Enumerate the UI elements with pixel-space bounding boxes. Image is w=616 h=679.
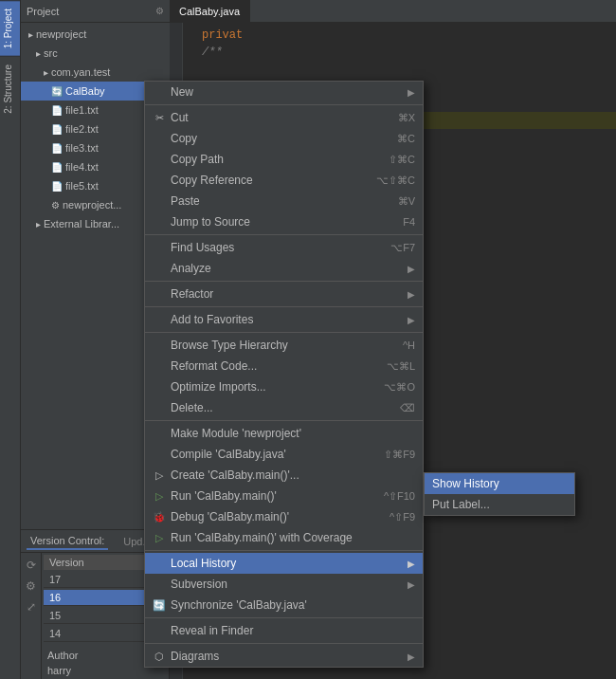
arrow-icon: ▶ [408, 87, 415, 98]
editor-tab-label: CalBaby.java [179, 6, 240, 17]
favorites-icon [153, 313, 166, 326]
menu-item-copy[interactable]: Copy ⌘C [145, 128, 423, 149]
sync-icon[interactable]: ⟳ [23, 557, 40, 574]
menu-label-compile: Compile 'CalBaby.java' [171, 448, 286, 461]
menu-item-find-usages[interactable]: Find Usages ⌥F7 [145, 237, 423, 258]
context-menu: New ▶ ✂ Cut ⌘X Copy ⌘C Copy Path [144, 81, 424, 668]
library-icon: ▸ [36, 219, 41, 229]
settings-icon: ⚙ [51, 200, 60, 211]
menu-item-analyze[interactable]: Analyze ▶ [145, 258, 423, 279]
menu-separator-8 [145, 617, 423, 618]
menu-item-make-module[interactable]: Make Module 'newproject' [145, 423, 423, 444]
sidebar-item-structure[interactable]: 2: Structure [0, 56, 20, 121]
menu-label-copy-reference: Copy Reference [171, 174, 253, 187]
submenu-put-label[interactable]: Put Label... [425, 494, 574, 515]
shortcut-delete: ⌫ [400, 402, 415, 414]
arrow-icon-svn: ▶ [408, 579, 415, 590]
expand-icon[interactable]: ⤢ [23, 598, 40, 615]
tab-version-control[interactable]: Version Control: [27, 533, 108, 550]
menu-item-subversion[interactable]: Subversion ▶ [145, 574, 423, 595]
menu-item-add-favorites[interactable]: Add to Favorites ▶ [145, 309, 423, 330]
file-icon: 📄 [51, 143, 63, 154]
menu-item-new[interactable]: New ▶ [145, 82, 423, 102]
copy-icon [153, 132, 166, 145]
menu-item-jump-to-source[interactable]: Jump to Source F4 [145, 211, 423, 232]
panel-title: Project [27, 6, 59, 17]
tree-item-label: newproject [36, 28, 86, 40]
tree-item-label: External Librar... [44, 218, 119, 229]
reformat-icon [153, 359, 166, 373]
submenu-show-history[interactable]: Show History [425, 473, 574, 494]
menu-item-refactor[interactable]: Refactor ▶ [145, 284, 423, 304]
menu-item-copy-path[interactable]: Copy Path ⇧⌘C [145, 149, 423, 170]
tree-item-newproject[interactable]: ▸ newproject [21, 25, 170, 44]
file-icon: 📄 [51, 105, 63, 116]
gear-icon[interactable]: ⚙ [155, 6, 164, 16]
menu-label-copy: Copy [171, 132, 197, 145]
cut-icon: ✂ [153, 111, 166, 124]
shortcut-paste: ⌘V [398, 195, 415, 208]
sidebar-item-project[interactable]: 1: Project [0, 0, 20, 56]
menu-item-cut[interactable]: ✂ Cut ⌘X [145, 107, 423, 128]
menu-separator-2 [145, 234, 423, 235]
menu-item-delete[interactable]: Delete... ⌫ [145, 397, 423, 418]
tree-item-label: com.yan.test [51, 66, 110, 78]
menu-item-run-coverage[interactable]: ▷ Run 'CalBaby.main()' with Coverage [145, 527, 423, 548]
refactor-icon [153, 287, 166, 301]
menu-item-browse-hierarchy[interactable]: Browse Type Hierarchy ^H [145, 335, 423, 356]
copy-path-icon [153, 153, 166, 166]
menu-label-coverage: Run 'CalBaby.main()' with Coverage [171, 531, 353, 544]
menu-item-create-main[interactable]: ▷ Create 'CalBaby.main()'... [145, 465, 423, 486]
menu-label-cut: Cut [171, 111, 189, 124]
delete-icon [153, 401, 166, 414]
menu-item-copy-reference[interactable]: Copy Reference ⌥⇧⌘C [145, 170, 423, 191]
menu-separator-6 [145, 420, 423, 421]
shortcut-optimize: ⌥⌘O [384, 381, 415, 394]
code-line-3 [170, 61, 616, 78]
editor-tab-calbaby[interactable]: CalBaby.java [170, 0, 250, 23]
find-icon [153, 241, 166, 254]
folder-icon: ▸ [28, 29, 33, 40]
menu-item-optimize[interactable]: Optimize Imports... ⌥⌘O [145, 376, 423, 397]
arrow-icon-diagrams: ▶ [408, 651, 415, 662]
menu-item-run-main[interactable]: ▷ Run 'CalBaby.main()' ^⇧F10 [145, 486, 423, 506]
analyze-icon [153, 262, 166, 275]
submenu-label-show-history: Show History [432, 477, 499, 490]
menu-label-new: New [171, 85, 193, 99]
menu-item-reformat[interactable]: Reformat Code... ⌥⌘L [145, 356, 423, 376]
tree-item-label: CalBaby [65, 85, 105, 97]
editor-tabs-bar: CalBaby.java [170, 0, 616, 23]
tree-item-label: newproject... [63, 199, 121, 211]
side-tabs: 1: Project 2: Structure [0, 0, 21, 679]
menu-item-reveal[interactable]: Reveal in Finder [145, 620, 423, 641]
shortcut-debug: ^⇧F9 [390, 511, 415, 523]
make-icon [153, 427, 166, 440]
panel-icons: ⚙ [155, 6, 164, 16]
menu-item-synchronize[interactable]: 🔄 Synchronize 'CalBaby.java' [145, 595, 423, 615]
file-icon: 📄 [51, 162, 63, 173]
file-icon: 🔄 [51, 86, 63, 97]
menu-label-paste: Paste [171, 194, 200, 208]
menu-label-refactor: Refactor [171, 287, 213, 301]
menu-label-optimize: Optimize Imports... [171, 380, 266, 394]
jump-icon [153, 215, 166, 229]
menu-separator-3 [145, 281, 423, 282]
tree-item-label: file5.txt [65, 180, 99, 192]
arrow-icon-history: ▶ [408, 559, 415, 569]
file-icon: 📄 [51, 124, 63, 135]
package-icon: ▸ [44, 67, 48, 78]
file-icon: 📄 [51, 181, 63, 192]
menu-label-reformat: Reformat Code... [171, 359, 257, 373]
settings-icon[interactable]: ⚙ [23, 578, 40, 595]
tree-item-src[interactable]: ▸ src [21, 44, 170, 63]
menu-item-diagrams[interactable]: ⬡ Diagrams ▶ [145, 646, 423, 667]
menu-item-debug[interactable]: 🐞 Debug 'CalBaby.main()' ^⇧F9 [145, 506, 423, 527]
menu-item-compile[interactable]: Compile 'CalBaby.java' ⇧⌘F9 [145, 444, 423, 465]
menu-item-paste[interactable]: Paste ⌘V [145, 191, 423, 211]
menu-separator-4 [145, 306, 423, 307]
menu-item-local-history[interactable]: Local History ▶ [145, 553, 423, 574]
tree-item-label: file4.txt [65, 161, 99, 173]
tree-item-package[interactable]: ▸ com.yan.test [21, 63, 170, 82]
shortcut-jump: F4 [403, 216, 415, 228]
menu-separator [145, 104, 423, 105]
